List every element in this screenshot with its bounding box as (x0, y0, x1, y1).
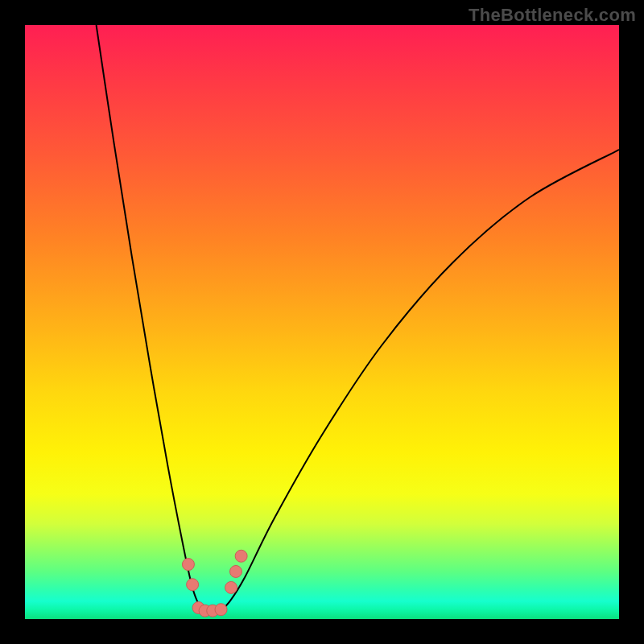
chart-frame: TheBottleneck.com (0, 0, 644, 644)
plot-area (25, 25, 619, 619)
curve-marker (215, 604, 227, 616)
curve-marker (182, 559, 194, 571)
curve-marker (235, 550, 247, 562)
curve-markers (182, 550, 247, 617)
curve-marker (225, 581, 237, 593)
watermark-text: TheBottleneck.com (469, 5, 636, 26)
curve-path (97, 25, 619, 612)
curve-marker (229, 565, 242, 577)
curve-marker (187, 579, 199, 591)
bottleneck-curve (25, 25, 619, 619)
